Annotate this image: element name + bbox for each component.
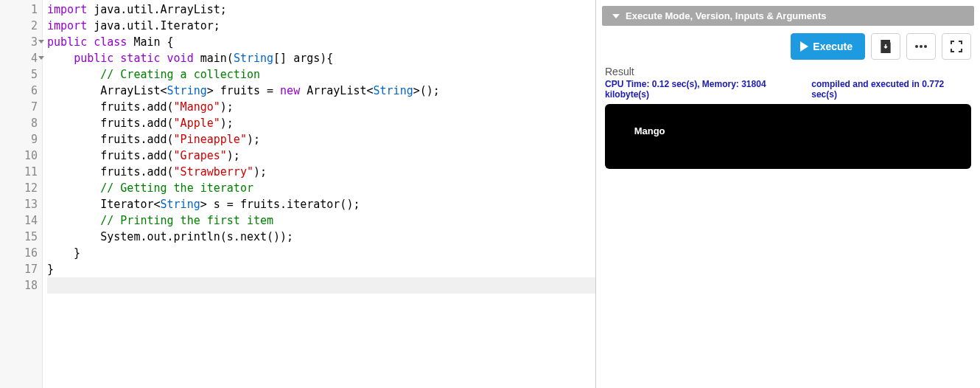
save-file-button[interactable] — [871, 33, 900, 60]
code-line[interactable]: // Creating a collection — [47, 66, 595, 83]
line-number: 18 — [0, 277, 42, 294]
chevron-down-icon — [612, 14, 620, 18]
code-line[interactable]: import java.util.Iterator; — [47, 18, 595, 34]
line-number: 15 — [0, 229, 42, 245]
line-number: 11 — [0, 164, 42, 180]
line-number: 10 — [0, 148, 42, 164]
console-text: Mango — [634, 125, 665, 136]
line-number: 4 — [0, 50, 42, 66]
line-number-gutter: 123456789101112131415161718 — [0, 0, 43, 388]
code-line[interactable]: // Printing the first item — [47, 212, 595, 229]
fullscreen-button[interactable] — [942, 33, 971, 60]
code-line[interactable]: fruits.add("Grapes"); — [47, 148, 595, 164]
line-number: 5 — [0, 66, 42, 83]
line-number: 17 — [0, 261, 42, 277]
line-number: 8 — [0, 115, 42, 131]
stats-row: CPU Time: 0.12 sec(s), Memory: 31804 kil… — [605, 79, 971, 100]
code-line[interactable]: public class Main { — [47, 34, 595, 50]
code-line[interactable]: System.out.println(s.next()); — [47, 229, 595, 245]
line-number: 6 — [0, 83, 42, 99]
line-number: 7 — [0, 99, 42, 115]
code-area[interactable]: import java.util.ArrayList;import java.u… — [43, 0, 595, 388]
ellipsis-icon — [914, 44, 928, 49]
code-line[interactable]: import java.util.ArrayList; — [47, 1, 595, 18]
code-line[interactable]: // Getting the iterator — [47, 180, 595, 196]
execute-label: Execute — [813, 41, 853, 52]
code-editor-pane: 123456789101112131415161718 import java.… — [0, 0, 596, 388]
compile-time-stats: compiled and executed in 0.772 sec(s) — [811, 79, 971, 100]
line-number: 16 — [0, 245, 42, 261]
code-line[interactable]: Iterator<String> s = fruits.iterator(); — [47, 196, 595, 212]
output-pane: Execute Mode, Version, Inputs & Argument… — [596, 0, 980, 388]
file-download-icon — [880, 40, 892, 53]
svg-point-3 — [924, 45, 927, 48]
line-number: 13 — [0, 196, 42, 212]
more-options-button[interactable] — [906, 33, 936, 60]
code-line[interactable]: fruits.add("Pineapple"); — [47, 131, 595, 148]
svg-point-1 — [915, 45, 918, 48]
code-line[interactable]: fruits.add("Mango"); — [47, 99, 595, 115]
line-number: 14 — [0, 212, 42, 229]
play-icon — [800, 41, 808, 52]
console-output[interactable]: Mango — [605, 104, 971, 169]
execute-mode-panel-header[interactable]: Execute Mode, Version, Inputs & Argument… — [602, 6, 974, 26]
line-number: 12 — [0, 180, 42, 196]
result-area: Result CPU Time: 0.12 sec(s), Memory: 31… — [596, 66, 980, 169]
code-line[interactable]: fruits.add("Strawberry"); — [47, 164, 595, 180]
line-number: 2 — [0, 18, 42, 34]
panel-title: Execute Mode, Version, Inputs & Argument… — [626, 10, 827, 21]
result-label: Result — [605, 66, 971, 77]
code-line[interactable]: } — [47, 261, 595, 277]
code-line[interactable] — [47, 277, 595, 294]
code-line[interactable]: fruits.add("Apple"); — [47, 115, 595, 131]
cpu-memory-stats: CPU Time: 0.12 sec(s), Memory: 31804 kil… — [605, 79, 811, 100]
toolbar: Execute — [596, 26, 980, 66]
svg-point-2 — [920, 45, 923, 48]
code-line[interactable]: ArrayList<String> fruits = new ArrayList… — [47, 83, 595, 99]
line-number: 9 — [0, 131, 42, 148]
code-line[interactable]: public static void main(String[] args){ — [47, 50, 595, 66]
code-line[interactable]: } — [47, 245, 595, 261]
line-number: 3 — [0, 34, 42, 50]
expand-icon — [951, 41, 962, 52]
line-number: 1 — [0, 1, 42, 18]
execute-button[interactable]: Execute — [791, 33, 865, 60]
